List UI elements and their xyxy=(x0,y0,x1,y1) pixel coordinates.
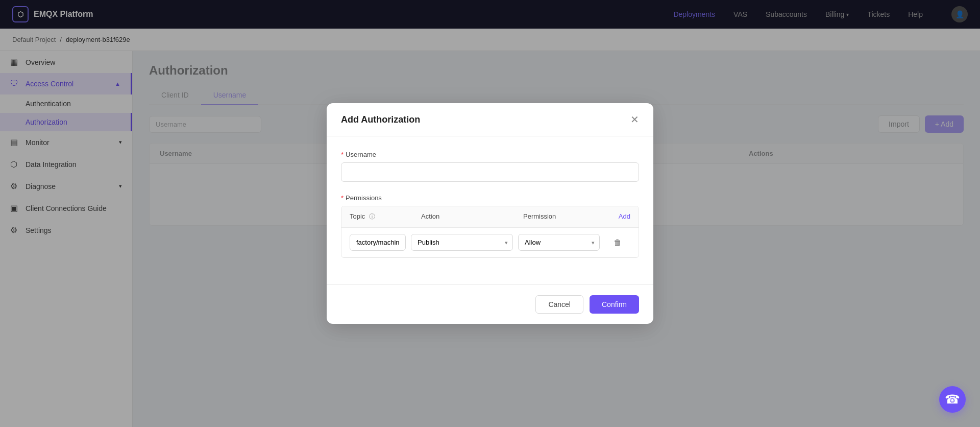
username-input[interactable] xyxy=(341,162,639,182)
perm-col-action: Action xyxy=(421,212,523,221)
modal-title: Add Authorization xyxy=(341,114,420,125)
cancel-button[interactable]: Cancel xyxy=(535,295,583,314)
modal-header: Add Authorization ✕ xyxy=(327,103,653,136)
permission-row: Publish Subscribe Publish and Subscribe … xyxy=(341,228,639,257)
modal-footer: Cancel Confirm xyxy=(327,284,653,324)
topic-help-icon: ⓘ xyxy=(369,213,375,220)
username-label: * Username xyxy=(341,151,639,158)
perm-action-cell: Publish Subscribe Publish and Subscribe xyxy=(411,234,513,251)
perm-col-topic: Topic ⓘ xyxy=(350,212,421,221)
permissions-table-header: Topic ⓘ Action Permission Add xyxy=(341,206,639,228)
perm-action-select[interactable]: Publish Subscribe Publish and Subscribe xyxy=(411,234,513,251)
perm-col-permission: Permission xyxy=(523,212,605,221)
fab-button[interactable]: ☎ xyxy=(939,386,966,413)
modal-body: * Username * Permissions Topic ⓘ xyxy=(327,136,653,284)
modal-overlay[interactable]: Add Authorization ✕ * Username * Permiss… xyxy=(0,0,980,427)
username-required-mark: * xyxy=(341,151,344,158)
username-form-group: * Username xyxy=(341,151,639,182)
perm-topic-input[interactable] xyxy=(350,234,406,251)
perm-delete-button[interactable]: 🗑 xyxy=(605,238,630,247)
permissions-form-group: * Permissions Topic ⓘ Action Permission … xyxy=(341,194,639,258)
permissions-table: Topic ⓘ Action Permission Add xyxy=(341,206,639,258)
permissions-label: * Permissions xyxy=(341,194,639,202)
add-authorization-modal: Add Authorization ✕ * Username * Permiss… xyxy=(327,103,653,324)
modal-close-button[interactable]: ✕ xyxy=(630,113,639,126)
perm-add-link[interactable]: Add xyxy=(605,212,630,221)
confirm-button[interactable]: Confirm xyxy=(590,295,639,314)
perm-topic-cell xyxy=(350,234,406,251)
perm-permission-select[interactable]: Allow Deny xyxy=(518,234,600,251)
fab-icon: ☎ xyxy=(945,392,960,407)
perm-permission-cell: Allow Deny xyxy=(518,234,600,251)
permissions-required-mark: * xyxy=(341,194,344,202)
